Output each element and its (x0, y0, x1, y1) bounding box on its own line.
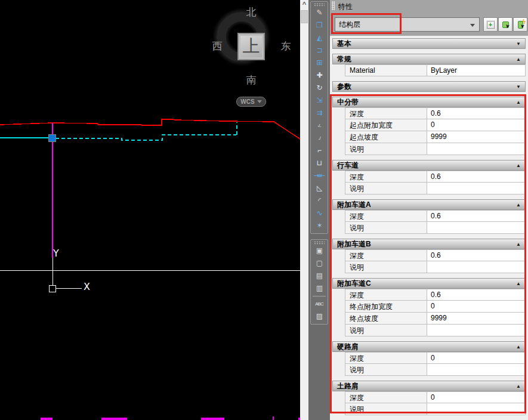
collapse-up-icon[interactable]: ▲ (516, 384, 521, 389)
property-value-field[interactable]: 0 (427, 392, 525, 403)
cursor-arrow-icon: ➤ (505, 23, 511, 29)
chamfer-icon[interactable]: ◺ (311, 182, 328, 194)
section-header-earth-shoulder[interactable]: 土路肩▲ (332, 381, 526, 391)
selection-grip[interactable] (49, 135, 56, 142)
scale-icon[interactable]: ⇲ (311, 94, 328, 107)
collapse-up-icon[interactable]: ▲ (516, 163, 521, 168)
section-title: 附加车道C (337, 279, 371, 289)
expand-down-icon[interactable]: ▼ (516, 41, 521, 47)
move-icon[interactable]: ✚ (311, 69, 328, 82)
section-header-general[interactable]: 常规▲ (332, 54, 526, 64)
property-label: 说明 (345, 325, 427, 336)
toolbar-grip[interactable] (314, 3, 325, 6)
viewcube-east-label[interactable]: 东 (281, 39, 291, 53)
property-value-field[interactable]: 0 (427, 353, 525, 363)
section-header-median-strip[interactable]: 中分带▲ (332, 97, 526, 107)
trim-icon[interactable]: -/.. (311, 119, 328, 132)
toggle-pickadd-button[interactable]: ➤ (498, 17, 512, 32)
application-window: X Y 北 南 西 东 上 WCS ^ (0, 0, 528, 420)
section-header-hard-shoulder[interactable]: 硬路肩▲ (332, 341, 526, 352)
break-icon[interactable]: ⊔ (311, 157, 328, 169)
rotate-icon[interactable]: ↻ (311, 82, 328, 94)
scrollbar-thumb[interactable] (301, 10, 308, 23)
collapse-up-icon[interactable]: ▲ (516, 242, 521, 247)
property-row-description: 说明 (345, 403, 526, 415)
section-rows-extra-lane-c: 深度0.6终点附加宽度0终点坡度9999说明 (330, 289, 528, 336)
bring-to-front-icon[interactable]: ▣ (311, 245, 328, 257)
canvas-scrollbar[interactable]: ^ (300, 0, 308, 420)
collapse-up-icon[interactable]: ▲ (516, 57, 521, 62)
extend-icon[interactable]: ../ (311, 132, 328, 144)
property-value-field[interactable]: 0.6 (427, 250, 525, 261)
section-title: 附加车道B (337, 239, 371, 249)
property-value-field[interactable]: 0.6 (427, 211, 525, 221)
property-label: 终点附加宽度 (345, 301, 427, 312)
viewcube-top-face[interactable]: 上 (237, 33, 265, 60)
property-label: 深度 (345, 108, 427, 119)
copy-icon[interactable]: ❐ (311, 19, 328, 32)
property-value-field[interactable] (427, 261, 525, 273)
cad-linework: X Y (0, 0, 300, 420)
erase-icon[interactable]: ✎ (311, 7, 328, 19)
viewcube-west-label[interactable]: 西 (212, 39, 223, 53)
collapse-up-icon[interactable]: ▲ (516, 202, 521, 208)
section-rows-general: MaterialByLayer (330, 64, 528, 76)
section-header-parameters[interactable]: 参数▼ (332, 81, 526, 92)
offset-icon[interactable]: ⊐ (311, 44, 328, 57)
properties-palette: 特性 结构层 + ➤ ϟ ➤ 基本▼常规▲MaterialByLayer参数▼中… (330, 0, 528, 420)
select-objects-add-button[interactable]: + (483, 17, 498, 32)
join-icon[interactable]: ⇥⇤ (311, 169, 328, 182)
property-value-field[interactable] (427, 403, 525, 415)
collapse-up-icon[interactable]: ▲ (516, 344, 521, 350)
property-value-field[interactable] (427, 325, 525, 336)
wcs-dropdown-button[interactable]: WCS (236, 97, 266, 107)
property-value-field[interactable]: 0.6 (427, 171, 525, 182)
property-value-field[interactable] (427, 143, 525, 155)
section-header-extra-lane-b[interactable]: 附加车道B▲ (332, 239, 526, 249)
section-header-extra-lane-a[interactable]: 附加车道A▲ (332, 199, 526, 210)
palette-grip[interactable] (332, 1, 335, 10)
send-hatch-to-back-icon[interactable]: ▨ (311, 310, 328, 323)
scroll-up-icon[interactable]: ^ (300, 0, 308, 8)
property-value-field[interactable]: 0 (427, 301, 525, 312)
property-label: 说明 (345, 183, 427, 194)
section-title: 附加车道A (337, 200, 371, 210)
viewcube-south-label[interactable]: 南 (246, 73, 257, 87)
array-icon[interactable]: ⊞ (311, 57, 328, 69)
collapse-up-icon[interactable]: ▲ (516, 281, 521, 286)
break-at-point-icon[interactable]: ⌐ (311, 144, 328, 157)
object-type-value: 结构层 (339, 20, 360, 30)
property-value-field[interactable]: ByLayer (427, 65, 525, 76)
bring-above-objects-icon[interactable]: ▤ (311, 270, 328, 282)
viewcube-north-label[interactable]: 北 (246, 5, 257, 19)
palette-title: 特性 (338, 2, 353, 12)
bring-text-to-front-icon[interactable]: ABC (311, 298, 328, 310)
section-title: 硬路肩 (337, 342, 359, 352)
mirror-icon[interactable]: ◭ (311, 32, 328, 44)
expand-down-icon[interactable]: ▼ (516, 84, 521, 89)
quick-select-button[interactable]: ϟ ➤ (513, 17, 527, 32)
explode-icon[interactable]: ✶ (311, 220, 328, 232)
property-value-field[interactable] (427, 222, 525, 233)
fillet-icon[interactable]: ◜ (311, 194, 328, 207)
section-header-carriageway[interactable]: 行车道▲ (332, 160, 526, 171)
send-under-objects-icon[interactable]: ▥ (311, 282, 328, 295)
object-type-dropdown[interactable]: 结构层 (335, 17, 480, 32)
section-header-extra-lane-c[interactable]: 附加车道C▲ (332, 278, 526, 289)
property-value-field[interactable] (427, 364, 525, 375)
section-header-basic[interactable]: 基本▼ (332, 38, 526, 49)
collapse-up-icon[interactable]: ▲ (516, 100, 521, 105)
toolbar-grip[interactable] (314, 241, 325, 244)
property-value-field[interactable]: 0.6 (427, 289, 525, 300)
property-value-field[interactable] (427, 183, 525, 194)
send-to-back-icon[interactable]: ▢ (311, 257, 328, 270)
drawing-canvas[interactable]: X Y 北 南 西 东 上 WCS (0, 0, 300, 420)
property-value-field[interactable]: 0.6 (427, 108, 525, 119)
property-value-field[interactable]: 0 (427, 119, 525, 131)
draw-order-toolbar: ▣▢▤▥ABC▨ (310, 239, 328, 325)
property-label: 深度 (345, 353, 427, 363)
property-value-field[interactable]: 9999 (427, 131, 525, 143)
blend-curves-icon[interactable]: ∿ (311, 207, 328, 220)
property-value-field[interactable]: 9999 (427, 313, 525, 324)
stretch-icon[interactable]: ⇉ (311, 107, 328, 119)
